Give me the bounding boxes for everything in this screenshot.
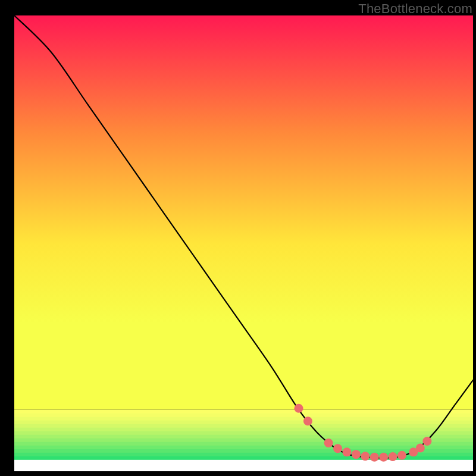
watermark-text: TheBottleneck.com [358, 1, 472, 17]
bottleneck-curve-chart [14, 15, 473, 471]
valley-marker [361, 452, 369, 461]
gradient-band [14, 435, 473, 439]
valley-marker [370, 453, 379, 462]
gradient-band [14, 417, 473, 421]
valley-marker [389, 452, 397, 461]
valley-marker [397, 451, 406, 460]
valley-marker [333, 444, 342, 453]
valley-marker [422, 437, 431, 446]
gradient-band [14, 428, 473, 432]
valley-marker [324, 439, 333, 447]
gradient-band [14, 410, 473, 414]
valley-marker [352, 450, 361, 459]
gradient-background [14, 15, 473, 410]
gradient-band [14, 439, 473, 443]
gradient-band [14, 414, 473, 418]
gradient-band [14, 421, 473, 425]
gradient-bottom-strip [14, 460, 473, 471]
valley-marker [303, 416, 312, 425]
valley-marker [416, 443, 425, 452]
valley-marker [379, 453, 388, 462]
gradient-band [14, 446, 473, 450]
valley-marker [295, 404, 303, 413]
gradient-band [14, 431, 473, 436]
valley-marker [342, 447, 351, 456]
gradient-band [14, 442, 473, 446]
gradient-band [14, 424, 473, 428]
chart-frame: TheBottleneck.com [0, 0, 476, 476]
